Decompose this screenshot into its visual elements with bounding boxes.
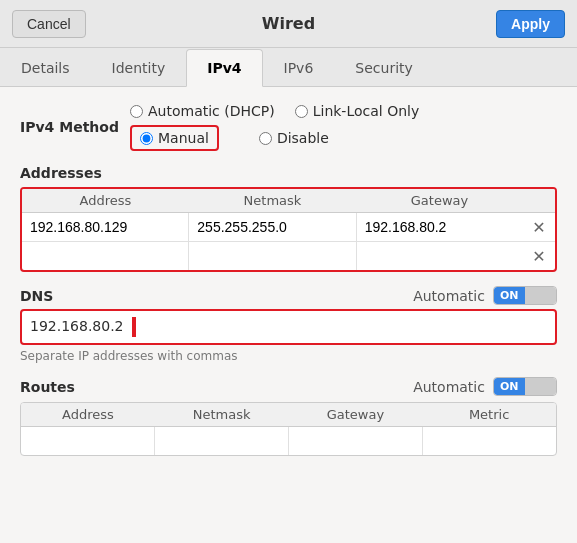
- routes-netmask-input-1[interactable]: [155, 427, 288, 455]
- radio-link-local-input[interactable]: [295, 105, 308, 118]
- dialog-header: Cancel Wired Apply: [0, 0, 577, 48]
- addr-gateway-input-2[interactable]: [357, 242, 523, 270]
- addr-col-gateway: Gateway: [356, 189, 523, 212]
- routes-gateway-input-1[interactable]: [289, 427, 422, 455]
- routes-address-1[interactable]: [21, 427, 155, 455]
- addr-address-2[interactable]: [22, 242, 189, 270]
- dns-automatic-label: Automatic: [413, 288, 485, 304]
- dns-indicator: [132, 317, 136, 337]
- dns-hint: Separate IP addresses with commas: [20, 349, 557, 363]
- routes-row-1: [21, 427, 556, 455]
- dns-auto-row: Automatic ON: [413, 286, 557, 305]
- routes-section: Routes Automatic ON Address Netmask Gate…: [20, 377, 557, 456]
- addr-gateway-2[interactable]: [357, 242, 523, 270]
- ipv4-content: IPv4 Method Automatic (DHCP) Link-Local …: [0, 87, 577, 543]
- radio-disable-label: Disable: [277, 130, 329, 146]
- radio-auto-dhcp-input[interactable]: [130, 105, 143, 118]
- radio-disable-input[interactable]: [259, 132, 272, 145]
- radio-auto-dhcp[interactable]: Automatic (DHCP): [130, 103, 275, 119]
- dns-input-box[interactable]: 192.168.80.2: [20, 309, 557, 345]
- routes-automatic-label: Automatic: [413, 379, 485, 395]
- tab-ipv4[interactable]: IPv4: [186, 49, 262, 87]
- routes-table: Address Netmask Gateway Metric: [20, 402, 557, 456]
- routes-gateway-1[interactable]: [289, 427, 423, 455]
- addr-netmask-1[interactable]: [189, 213, 356, 241]
- addr-netmask-input-1[interactable]: [189, 213, 355, 241]
- routes-toggle-off: [525, 378, 557, 395]
- dns-header: DNS Automatic ON: [20, 286, 557, 305]
- addresses-title: Addresses: [20, 165, 557, 181]
- radio-manual-input[interactable]: [140, 132, 153, 145]
- radio-row-1: Automatic (DHCP) Link-Local Only: [130, 103, 419, 119]
- dns-value: 192.168.80.2: [30, 318, 124, 334]
- routes-header: Routes Automatic ON: [20, 377, 557, 396]
- cancel-button[interactable]: Cancel: [12, 10, 86, 38]
- dns-toggle-on: ON: [494, 287, 525, 304]
- routes-metric-input-1[interactable]: [423, 427, 556, 455]
- radio-row-2: Manual Disable: [130, 125, 419, 151]
- dialog-title: Wired: [262, 14, 315, 33]
- routes-header-row: Address Netmask Gateway Metric: [21, 403, 556, 427]
- routes-toggle[interactable]: ON: [493, 377, 557, 396]
- radio-manual[interactable]: Manual: [130, 125, 219, 151]
- dns-title: DNS: [20, 288, 53, 304]
- radio-link-local-label: Link-Local Only: [313, 103, 420, 119]
- addr-address-input-2[interactable]: [22, 242, 188, 270]
- routes-netmask-1[interactable]: [155, 427, 289, 455]
- addr-col-netmask: Netmask: [189, 189, 356, 212]
- addresses-header: Address Netmask Gateway: [22, 189, 555, 213]
- tab-ipv6[interactable]: IPv6: [263, 49, 335, 87]
- addr-netmask-input-2[interactable]: [189, 242, 355, 270]
- routes-col-netmask: Netmask: [155, 403, 289, 426]
- addr-remove-2[interactable]: ✕: [523, 247, 555, 266]
- routes-title: Routes: [20, 379, 75, 395]
- dns-toggle[interactable]: ON: [493, 286, 557, 305]
- ipv4-method-options: Automatic (DHCP) Link-Local Only Manual …: [130, 103, 419, 151]
- routes-col-address: Address: [21, 403, 155, 426]
- radio-manual-label: Manual: [158, 130, 209, 146]
- dns-toggle-off: [525, 287, 557, 304]
- apply-button[interactable]: Apply: [496, 10, 565, 38]
- routes-metric-1[interactable]: [423, 427, 556, 455]
- tab-details[interactable]: Details: [0, 49, 91, 87]
- addr-gateway-1[interactable]: [357, 213, 523, 241]
- routes-toggle-on: ON: [494, 378, 525, 395]
- addr-address-1[interactable]: [22, 213, 189, 241]
- addr-gateway-input-1[interactable]: [357, 213, 523, 241]
- addresses-table: Address Netmask Gateway ✕: [20, 187, 557, 272]
- addr-address-input-1[interactable]: [22, 213, 188, 241]
- addresses-row-2: ✕: [22, 242, 555, 270]
- tab-security[interactable]: Security: [334, 49, 434, 87]
- tab-identity[interactable]: Identity: [91, 49, 187, 87]
- radio-auto-dhcp-label: Automatic (DHCP): [148, 103, 275, 119]
- addr-col-address: Address: [22, 189, 189, 212]
- ipv4-method-label: IPv4 Method: [20, 119, 130, 135]
- radio-disable[interactable]: Disable: [259, 130, 329, 146]
- addr-netmask-2[interactable]: [189, 242, 356, 270]
- routes-address-input-1[interactable]: [21, 427, 154, 455]
- routes-col-gateway: Gateway: [289, 403, 423, 426]
- addr-remove-1[interactable]: ✕: [523, 218, 555, 237]
- routes-auto-row: Automatic ON: [413, 377, 557, 396]
- tab-bar: Details Identity IPv4 IPv6 Security: [0, 48, 577, 87]
- ipv4-method-row: IPv4 Method Automatic (DHCP) Link-Local …: [20, 103, 557, 151]
- addresses-row-1: ✕: [22, 213, 555, 242]
- routes-col-metric: Metric: [422, 403, 556, 426]
- radio-link-local[interactable]: Link-Local Only: [295, 103, 420, 119]
